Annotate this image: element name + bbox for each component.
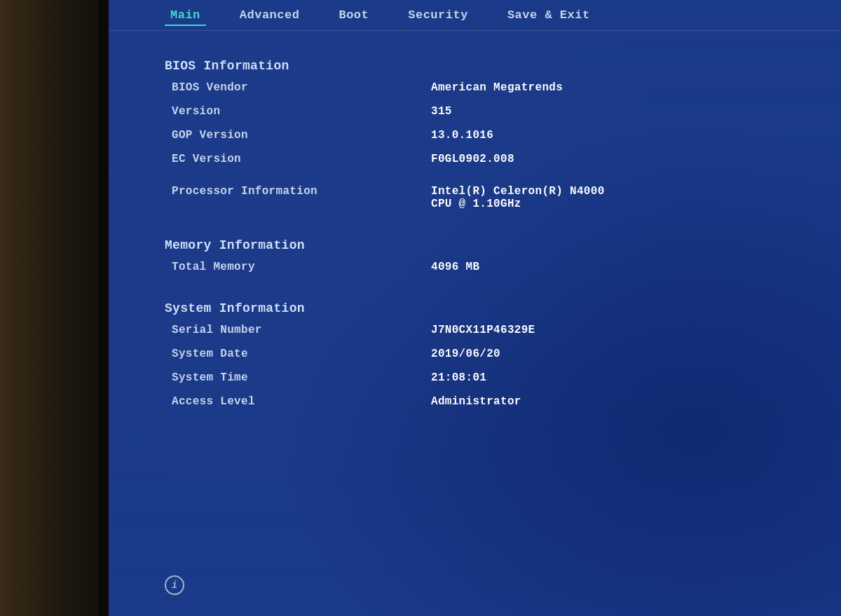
access-level-value: Administrator	[431, 395, 521, 408]
gop-version-row: GOP Version 13.0.1016	[165, 123, 785, 147]
bios-vendor-label: BIOS Vendor	[165, 81, 431, 94]
info-icon: i	[165, 575, 184, 595]
system-time-row: System Time 21:08:01	[165, 366, 785, 390]
serial-number-value: J7N0CX11P46329E	[431, 324, 535, 336]
total-memory-label: Total Memory	[165, 261, 431, 273]
main-content: BIOS Information BIOS Vendor American Me…	[109, 31, 841, 427]
bios-version-value: 315	[431, 105, 452, 118]
gop-version-value: 13.0.1016	[431, 129, 493, 142]
processor-value: Intel(R) Celeron(R) N4000 CPU @ 1.10GHz	[431, 185, 605, 210]
system-section-header: System Information	[165, 301, 785, 315]
serial-number-row: Serial Number J7N0CX11P46329E	[165, 318, 785, 342]
tab-save-exit[interactable]: Save & Exit	[502, 6, 596, 26]
tab-boot[interactable]: Boot	[333, 6, 374, 26]
ec-version-label: EC Version	[165, 153, 431, 165]
total-memory-value: 4096 MB	[431, 261, 479, 273]
total-memory-row: Total Memory 4096 MB	[165, 255, 785, 279]
bios-vendor-row: BIOS Vendor American Megatrends	[165, 76, 785, 100]
left-bezel	[0, 0, 109, 616]
bios-vendor-value: American Megatrends	[431, 81, 563, 94]
gop-version-label: GOP Version	[165, 129, 431, 142]
bios-section-header: BIOS Information	[165, 59, 785, 73]
processor-section-header: Processor Information	[165, 185, 431, 198]
system-date-row: System Date 2019/06/20	[165, 342, 785, 366]
ec-version-row: EC Version F0GL0902.008	[165, 147, 785, 171]
system-time-value: 21:08:01	[431, 371, 486, 384]
system-time-label: System Time	[165, 371, 431, 384]
ec-version-value: F0GL0902.008	[431, 153, 514, 165]
system-date-value: 2019/06/20	[431, 348, 500, 360]
serial-number-label: Serial Number	[165, 324, 431, 336]
bottom-bar: i	[165, 575, 785, 595]
memory-section-header: Memory Information	[165, 238, 785, 252]
nav-tabs: Main Advanced Boot Security Save & Exit	[109, 0, 841, 31]
bios-version-row: Version 315	[165, 100, 785, 123]
tab-security[interactable]: Security	[402, 6, 474, 26]
access-level-label: Access Level	[165, 395, 431, 408]
bios-version-label: Version	[165, 105, 431, 118]
tab-advanced[interactable]: Advanced	[234, 6, 306, 26]
system-date-label: System Date	[165, 348, 431, 360]
access-level-row: Access Level Administrator	[165, 390, 785, 413]
bios-screen: Main Advanced Boot Security Save & Exit …	[109, 0, 841, 616]
tab-main[interactable]: Main	[165, 6, 206, 26]
processor-row: Processor Information Intel(R) Celeron(R…	[165, 179, 785, 216]
